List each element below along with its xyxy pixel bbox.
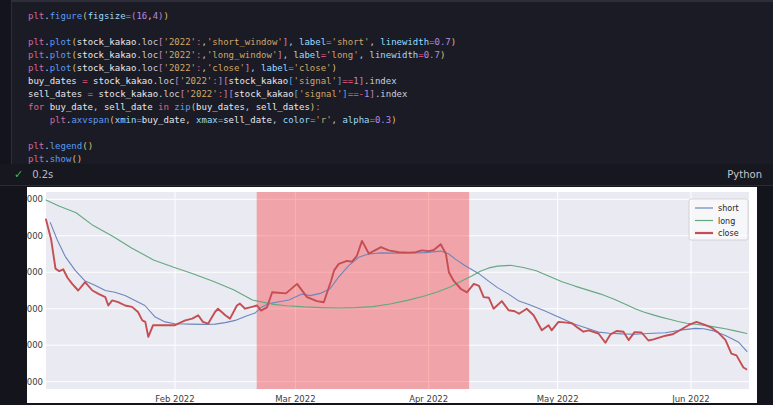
y-tick-label: 110000 xyxy=(27,231,43,241)
x-tick-label: Apr 2022 xyxy=(409,394,448,403)
legend-label-close: close xyxy=(718,229,739,238)
y-tick-label: 80000 xyxy=(27,340,43,350)
execution-time: 0.2s xyxy=(32,169,53,180)
legend-label-long: long xyxy=(718,217,735,226)
code-line: sell_dates = stock_kakao.loc['2022':][st… xyxy=(28,88,769,101)
code-line: plt.legend() xyxy=(28,140,769,153)
legend-label-short: short xyxy=(718,204,739,213)
stock-chart: 700008000090000100000110000120000Feb 202… xyxy=(27,187,757,403)
y-tick-label: 100000 xyxy=(27,267,43,277)
code-line: for buy_date, sell_date in zip(buy_dates… xyxy=(28,101,769,114)
code-line: plt.figure(figsize=(16,4)) xyxy=(28,10,769,23)
cell-status-bar: ✓ 0.2s Python xyxy=(0,164,773,186)
y-tick-label: 70000 xyxy=(27,377,43,387)
code-line: plt.plot(stock_kakao.loc['2022':,'close'… xyxy=(28,62,769,75)
code-line: plt.plot(stock_kakao.loc['2022':,'long_w… xyxy=(28,49,769,62)
code-line: buy_dates = stock_kakao.loc['2022':][sto… xyxy=(28,75,769,88)
x-tick-label: Mar 2022 xyxy=(275,394,315,403)
y-tick-label: 120000 xyxy=(27,194,43,204)
success-check-icon: ✓ xyxy=(14,168,23,181)
notebook-code-cell[interactable]: plt.figure(figsize=(16,4))plt.plot(stock… xyxy=(11,0,773,164)
kernel-language-label[interactable]: Python xyxy=(727,169,762,180)
x-tick-label: Jun 2022 xyxy=(671,394,710,403)
code-editor[interactable]: plt.figure(figsize=(16,4))plt.plot(stock… xyxy=(28,10,769,166)
x-tick-label: Feb 2022 xyxy=(155,394,194,403)
x-tick-label: May 2022 xyxy=(537,394,579,403)
code-line xyxy=(28,23,769,36)
code-line: plt.axvspan(xmin=buy_date, xmax=sell_dat… xyxy=(28,114,769,127)
code-line xyxy=(28,127,769,140)
code-line: plt.plot(stock_kakao.loc['2022':,'short_… xyxy=(28,36,769,49)
chart-figure: 700008000090000100000110000120000Feb 202… xyxy=(27,187,757,403)
y-tick-label: 90000 xyxy=(27,304,43,314)
